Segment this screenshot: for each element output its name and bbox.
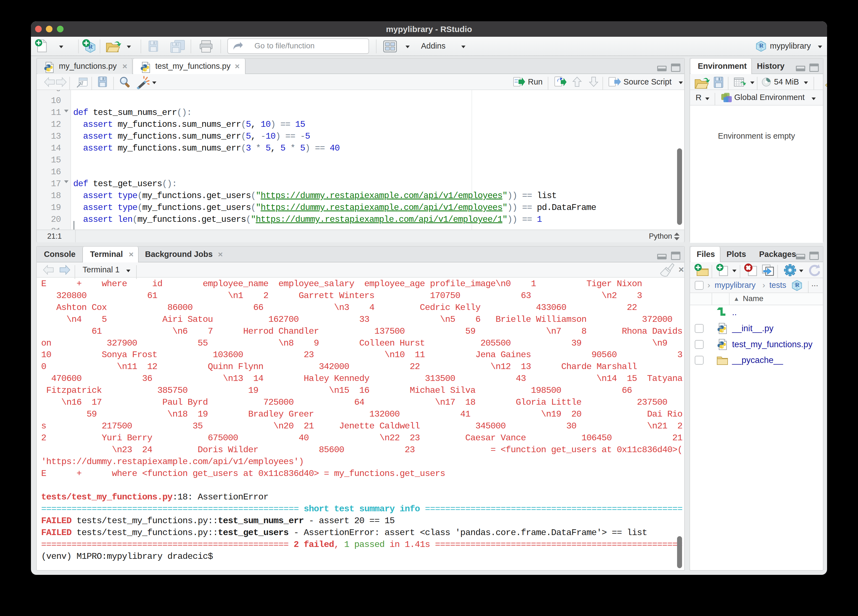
svg-text:R: R bbox=[795, 281, 800, 288]
svg-text:R: R bbox=[759, 42, 764, 49]
